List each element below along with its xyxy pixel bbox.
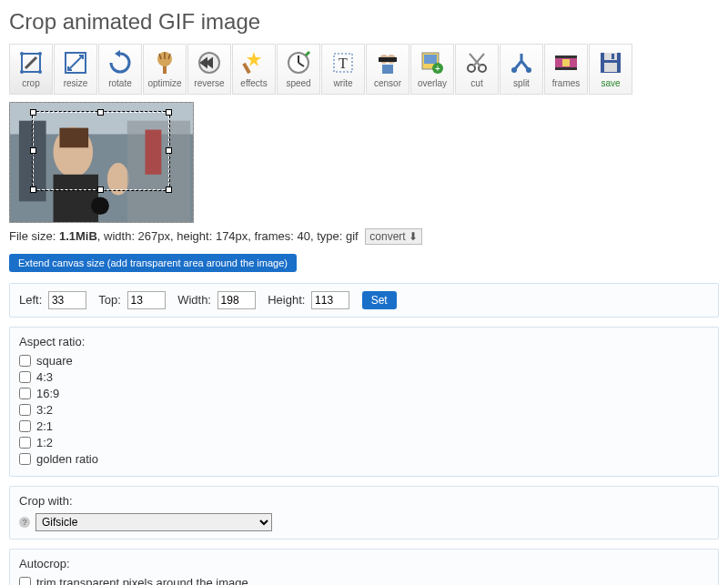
tool-label: censor	[374, 78, 401, 88]
handle-sw[interactable]	[30, 187, 36, 193]
svg-point-42	[91, 197, 109, 215]
handle-s[interactable]	[97, 187, 104, 193]
svg-point-4	[38, 70, 42, 74]
aspect-option-label: 1:2	[36, 436, 53, 449]
svg-rect-30	[604, 53, 617, 60]
aspect-checkbox[interactable]	[19, 404, 31, 416]
svg-rect-18	[424, 55, 437, 64]
extend-canvas-button[interactable]: Extend canvas size (add transparent area…	[9, 254, 297, 272]
svg-rect-15	[379, 57, 397, 62]
crop-with-select[interactable]: Gifsicle	[35, 513, 272, 531]
tool-label: save	[601, 78, 620, 88]
tool-label: rotate	[108, 78, 132, 88]
aspect-option-row[interactable]: golden ratio	[19, 452, 709, 466]
tool-label: optimize	[147, 78, 181, 88]
tool-label: effects	[240, 78, 267, 88]
crop-with-title: Crop with:	[19, 494, 709, 508]
optimize-icon	[152, 50, 177, 76]
tool-resize[interactable]: resize	[54, 44, 97, 95]
tool-frames[interactable]: frames	[544, 44, 588, 95]
aspect-option-row[interactable]: square	[19, 354, 709, 368]
tool-write[interactable]: Twrite	[321, 44, 365, 95]
aspect-ratio-panel: Aspect ratio: square4:316:93:22:11:2gold…	[9, 327, 719, 477]
tool-split[interactable]: split	[500, 44, 543, 95]
aspect-option-label: 4:3	[36, 370, 53, 384]
svg-point-3	[20, 70, 24, 74]
reverse-icon	[197, 50, 222, 76]
file-info-prefix: File size:	[9, 229, 59, 243]
tool-overlay[interactable]: +overlay	[410, 44, 454, 95]
aspect-checkbox[interactable]	[19, 371, 31, 383]
height-input[interactable]	[311, 291, 349, 309]
aspect-option-label: 16:9	[36, 387, 59, 400]
tool-optimize[interactable]: optimize	[143, 44, 187, 95]
frames-icon	[553, 50, 579, 76]
tool-label: crop	[22, 78, 39, 88]
tool-speed[interactable]: speed	[277, 44, 320, 95]
autocrop-checkbox[interactable]	[19, 577, 31, 585]
tool-crop[interactable]: crop	[9, 44, 53, 95]
coordinates-panel: Left: Top: Width: Height: Set	[9, 283, 719, 318]
top-input[interactable]	[127, 291, 166, 309]
left-input[interactable]	[48, 291, 86, 309]
svg-rect-9	[242, 63, 250, 74]
svg-rect-28	[562, 59, 570, 66]
aspect-option-row[interactable]: 1:2	[19, 436, 709, 449]
download-icon: ⬇	[409, 230, 418, 243]
aspect-option-row[interactable]: 3:2	[19, 403, 709, 417]
handle-e[interactable]	[166, 147, 172, 154]
cut-icon	[464, 50, 490, 76]
convert-button[interactable]: convert ⬇	[365, 228, 422, 245]
svg-point-24	[526, 67, 531, 73]
tool-rotate[interactable]: rotate	[98, 44, 142, 95]
page-title: Crop animated GIF image	[9, 9, 719, 35]
crop-selection[interactable]	[33, 112, 169, 190]
aspect-option-row[interactable]: 16:9	[19, 387, 709, 400]
tool-label: write	[333, 78, 352, 88]
handle-n[interactable]	[97, 109, 104, 116]
svg-rect-27	[555, 67, 577, 70]
tool-reverse[interactable]: reverse	[187, 44, 231, 95]
tool-cut[interactable]: cut	[455, 44, 499, 95]
handle-w[interactable]	[30, 147, 36, 154]
autocrop-option-row[interactable]: trim transparent pixels around the image	[19, 576, 709, 585]
aspect-checkbox[interactable]	[19, 420, 31, 432]
file-info: File size: 1.1MiB, width: 267px, height:…	[9, 228, 719, 245]
help-icon[interactable]: ?	[19, 517, 30, 528]
set-button[interactable]: Set	[362, 291, 397, 309]
autocrop-panel: Autocrop: trim transparent pixels around…	[9, 549, 719, 585]
autocrop-option-label: trim transparent pixels around the image	[36, 576, 248, 585]
aspect-checkbox[interactable]	[19, 388, 31, 399]
aspect-checkbox[interactable]	[19, 453, 31, 465]
aspect-checkbox[interactable]	[19, 355, 31, 367]
effects-icon	[241, 50, 267, 76]
crop-with-panel: Crop with: ? Gifsicle	[9, 486, 719, 540]
autocrop-title: Autocrop:	[19, 557, 709, 570]
tool-label: overlay	[418, 78, 447, 88]
svg-rect-31	[612, 54, 614, 59]
handle-nw[interactable]	[30, 109, 36, 116]
handle-se[interactable]	[166, 187, 172, 193]
tool-label: frames	[552, 78, 581, 88]
tool-censor[interactable]: censor	[366, 44, 410, 95]
image-preview[interactable]	[9, 102, 194, 223]
svg-point-2	[38, 52, 42, 55]
resize-icon	[63, 50, 88, 76]
handle-ne[interactable]	[166, 109, 172, 116]
aspect-checkbox[interactable]	[19, 437, 31, 449]
svg-rect-32	[604, 63, 617, 72]
overlay-icon: +	[420, 50, 445, 76]
tool-label: cut	[470, 78, 482, 88]
left-label: Left:	[19, 293, 42, 307]
aspect-option-row[interactable]: 4:3	[19, 370, 709, 384]
aspect-option-row[interactable]: 2:1	[19, 419, 709, 433]
svg-text:T: T	[339, 55, 348, 71]
tool-effects[interactable]: effects	[232, 44, 276, 95]
aspect-option-label: 3:2	[36, 403, 53, 417]
svg-rect-16	[382, 65, 393, 74]
tool-save[interactable]: save	[589, 44, 632, 95]
toolbar: cropresizerotateoptimizereverseeffectssp…	[9, 44, 719, 95]
censor-icon	[375, 50, 400, 76]
file-info-rest: , width: 267px, height: 174px, frames: 4…	[97, 229, 359, 243]
width-input[interactable]	[217, 291, 256, 309]
